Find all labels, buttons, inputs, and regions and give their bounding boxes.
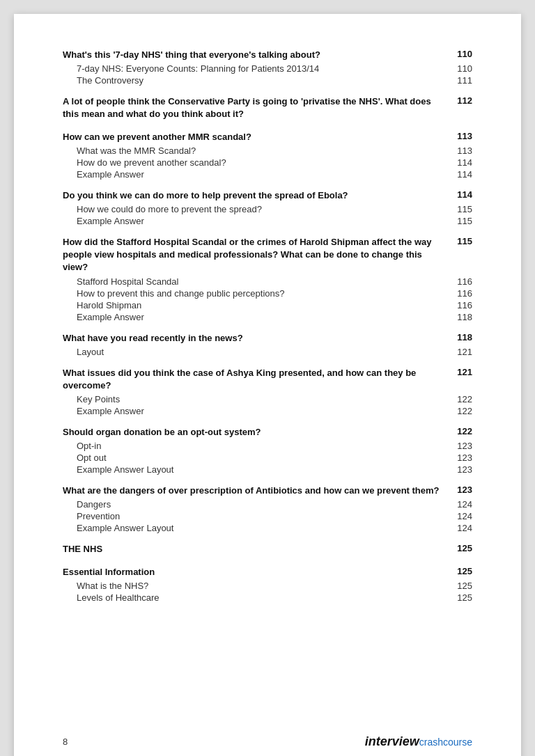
section-essential-info-subitem-1: Levels of Healthcare125: [63, 592, 472, 603]
section-ashya-subitem-title-1: Example Answer: [77, 406, 451, 416]
section-news-subitem-page-0: 121: [451, 347, 472, 357]
section-news: What have you read recently in the news?…: [63, 332, 472, 357]
section-7day-nhs: What's this '7-day NHS' thing that every…: [63, 49, 472, 86]
section-stafford-heading: How did the Stafford Hospital Scandal or…: [63, 236, 451, 274]
section-organ-subitem-1: Opt out123: [63, 452, 472, 463]
section-organ: Should organ donation be an opt-out syst…: [63, 426, 472, 475]
section-essential-info-subitem-title-0: What is the NHS?: [77, 581, 451, 591]
section-mmr-subitem-1: How do we prevent another scandal?114: [63, 157, 472, 168]
section-news-subitem-0: Layout121: [63, 347, 472, 357]
section-ebola-heading-row: Do you think we can do more to help prev…: [63, 189, 472, 202]
section-ashya-heading: What issues did you think the case of As…: [63, 367, 451, 392]
section-stafford-subitem-1: How to prevent this and change public pe…: [63, 288, 472, 299]
section-antibiotics-subitem-title-0: Dangers: [77, 499, 451, 510]
brand-crashcourse: crashcourse: [419, 737, 472, 748]
section-organ-heading-row: Should organ donation be an opt-out syst…: [63, 426, 472, 439]
section-essential-info: Essential Information125What is the NHS?…: [63, 566, 472, 603]
section-stafford-subitem-2: Harold Shipman116: [63, 300, 472, 310]
section-organ-subitem-page-1: 123: [451, 452, 472, 463]
brand-logo: interviewcrashcourse: [365, 734, 472, 749]
section-essential-info-heading-page: 125: [451, 566, 472, 576]
section-ebola-subitem-title-0: How we could do more to prevent the spre…: [77, 204, 451, 214]
section-7day-nhs-heading: What's this '7-day NHS' thing that every…: [63, 49, 451, 61]
section-privatise-heading-row: A lot of people think the Conservative P…: [63, 95, 472, 120]
section-antibiotics-subitem-2: Example Answer Layout124: [63, 523, 472, 533]
section-antibiotics-subitem-page-0: 124: [451, 499, 472, 510]
section-antibiotics-heading-page: 123: [451, 485, 472, 495]
section-ashya-subitem-page-1: 122: [451, 406, 472, 416]
section-stafford-subitem-title-0: Stafford Hospital Scandal: [77, 276, 451, 287]
section-mmr-subitem-title-0: What was the MMR Scandal?: [77, 145, 451, 156]
page-footer: 8 interviewcrashcourse: [63, 734, 472, 749]
section-the-nhs-heading-row: THE NHS125: [63, 543, 472, 556]
section-ebola-subitem-0: How we could do more to prevent the spre…: [63, 204, 472, 214]
section-mmr-heading-page: 113: [451, 131, 472, 141]
toc-content: What's this '7-day NHS' thing that every…: [63, 49, 472, 603]
section-organ-subitem-0: Opt-in123: [63, 441, 472, 451]
section-stafford-heading-page: 115: [451, 236, 472, 246]
section-antibiotics-subitem-1: Prevention124: [63, 511, 472, 521]
section-ashya: What issues did you think the case of As…: [63, 367, 472, 416]
section-stafford-subitem-0: Stafford Hospital Scandal116: [63, 276, 472, 287]
section-stafford-subitem-page-3: 118: [451, 312, 472, 322]
section-7day-nhs-subitem-title-1: The Controversy: [77, 75, 451, 86]
section-ebola-subitem-page-0: 115: [451, 204, 472, 214]
section-mmr-subitem-page-0: 113: [451, 145, 472, 156]
section-mmr-subitem-2: Example Answer114: [63, 169, 472, 180]
section-stafford-subitem-3: Example Answer118: [63, 312, 472, 322]
section-the-nhs: THE NHS125: [63, 543, 472, 556]
section-ashya-heading-row: What issues did you think the case of As…: [63, 367, 472, 392]
section-7day-nhs-subitem-title-0: 7-day NHS: Everyone Counts: Planning for…: [77, 63, 451, 74]
section-essential-info-subitem-page-0: 125: [451, 581, 472, 591]
section-privatise-heading: A lot of people think the Conservative P…: [63, 95, 451, 120]
page: What's this '7-day NHS' thing that every…: [14, 14, 521, 756]
section-antibiotics-subitem-0: Dangers124: [63, 499, 472, 510]
section-ebola-subitem-title-1: Example Answer: [77, 216, 451, 226]
section-mmr-subitem-page-1: 114: [451, 157, 472, 168]
section-the-nhs-heading-page: 125: [451, 543, 472, 553]
section-antibiotics-heading: What are the dangers of over prescriptio…: [63, 485, 451, 497]
section-7day-nhs-subitem-page-1: 111: [451, 75, 472, 86]
brand-interview: interview: [365, 734, 419, 748]
section-essential-info-subitem-page-1: 125: [451, 592, 472, 603]
section-ashya-subitem-1: Example Answer122: [63, 406, 472, 416]
section-mmr-subitem-0: What was the MMR Scandal?113: [63, 145, 472, 156]
section-stafford-subitem-title-2: Harold Shipman: [77, 300, 451, 310]
section-stafford-subitem-page-0: 116: [451, 276, 472, 287]
section-ashya-subitem-0: Key Points122: [63, 394, 472, 404]
section-stafford-subitem-title-1: How to prevent this and change public pe…: [77, 288, 451, 299]
section-ebola-heading-page: 114: [451, 189, 472, 200]
section-organ-heading: Should organ donation be an opt-out syst…: [63, 426, 451, 439]
section-ebola-heading: Do you think we can do more to help prev…: [63, 189, 451, 202]
section-essential-info-heading: Essential Information: [63, 566, 451, 578]
section-ashya-subitem-page-0: 122: [451, 394, 472, 404]
section-mmr-subitem-title-2: Example Answer: [77, 169, 451, 180]
section-stafford-subitem-title-3: Example Answer: [77, 312, 451, 322]
section-mmr-subitem-page-2: 114: [451, 169, 472, 180]
section-7day-nhs-heading-row: What's this '7-day NHS' thing that every…: [63, 49, 472, 61]
section-ebola-subitem-1: Example Answer115: [63, 216, 472, 226]
section-organ-subitem-page-2: 123: [451, 464, 472, 475]
section-organ-heading-page: 122: [451, 426, 472, 436]
section-essential-info-heading-row: Essential Information125: [63, 566, 472, 578]
section-news-heading-row: What have you read recently in the news?…: [63, 332, 472, 345]
section-privatise: A lot of people think the Conservative P…: [63, 95, 472, 120]
section-stafford: How did the Stafford Hospital Scandal or…: [63, 236, 472, 322]
section-news-subitem-title-0: Layout: [77, 347, 451, 357]
section-antibiotics-subitem-page-2: 124: [451, 523, 472, 533]
section-antibiotics-subitem-page-1: 124: [451, 511, 472, 521]
section-organ-subitem-title-1: Opt out: [77, 452, 451, 463]
section-stafford-subitem-page-1: 116: [451, 288, 472, 299]
section-mmr-subitem-title-1: How do we prevent another scandal?: [77, 157, 451, 168]
section-7day-nhs-subitem-0: 7-day NHS: Everyone Counts: Planning for…: [63, 63, 472, 74]
section-antibiotics-heading-row: What are the dangers of over prescriptio…: [63, 485, 472, 497]
section-privatise-heading-page: 112: [451, 95, 472, 106]
section-antibiotics: What are the dangers of over prescriptio…: [63, 485, 472, 533]
section-7day-nhs-heading-page: 110: [451, 49, 472, 59]
section-the-nhs-heading: THE NHS: [63, 543, 451, 556]
section-organ-subitem-page-0: 123: [451, 441, 472, 451]
section-mmr-heading: How can we prevent another MMR scandal?: [63, 131, 451, 143]
section-organ-subitem-2: Example Answer Layout123: [63, 464, 472, 475]
section-organ-subitem-title-2: Example Answer Layout: [77, 464, 451, 475]
section-7day-nhs-subitem-page-0: 110: [451, 63, 472, 74]
